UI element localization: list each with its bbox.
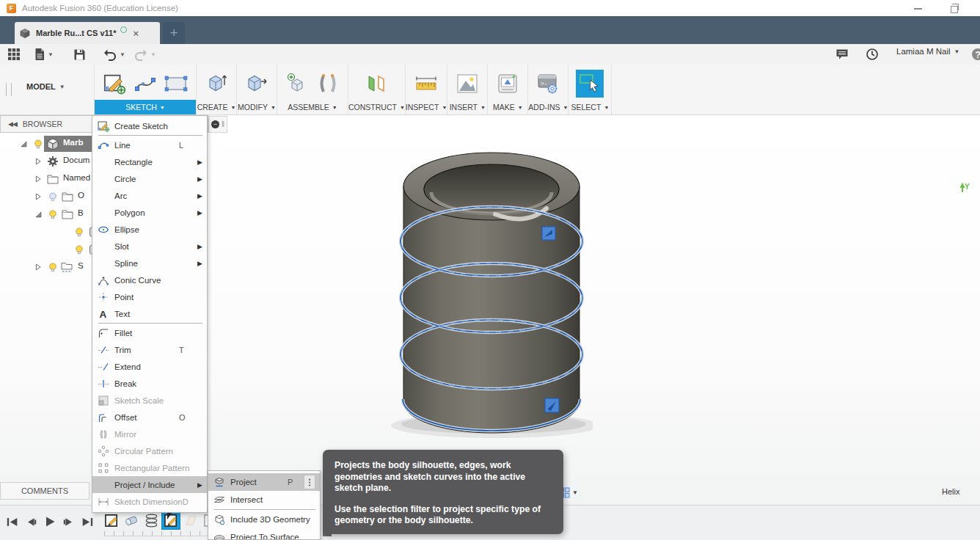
browser-row-body-6[interactable]	[0, 241, 92, 258]
quickbar-save-button[interactable]	[73, 46, 86, 62]
bulb-on-icon[interactable]	[45, 207, 60, 222]
menu-item-rectangular-pattern[interactable]: Rectangular Pattern	[92, 459, 207, 476]
chevron-down-icon[interactable]: ▼	[120, 51, 125, 58]
ribbon-tab-select[interactable]: SELECT▼	[568, 100, 611, 114]
ribbon-tab-construct[interactable]: CONSTRUCT▼	[348, 100, 405, 114]
menu-item-rectangle[interactable]: Rectangle▶	[92, 153, 207, 170]
ribbon-tab-create[interactable]: CREATE▼	[197, 100, 236, 114]
menu-item-conic-curve[interactable]: Conic Curve	[92, 271, 207, 288]
chevron-down-icon[interactable]: ▼	[150, 51, 156, 58]
menu-item-slot[interactable]: Slot▶	[92, 238, 207, 255]
timeline-item-0[interactable]	[103, 511, 120, 529]
menu-item-arc[interactable]: Arc▶	[92, 187, 207, 204]
bulb-on-icon[interactable]	[45, 260, 60, 274]
browser-row-body-5[interactable]	[0, 223, 92, 241]
more-options-icon[interactable]: ⋮	[304, 475, 315, 489]
minimize-button[interactable]	[908, 3, 927, 14]
browser-row-marb[interactable]: Marb	[0, 135, 92, 153]
menu-item-fillet[interactable]: Fillet	[92, 324, 207, 341]
ribbon-tab-modify[interactable]: MODIFY▼	[237, 100, 277, 114]
ribbon-tab-assemble[interactable]: ASSEMBLE▼	[277, 100, 348, 114]
bulb-on-icon[interactable]	[72, 225, 87, 239]
helix-top-handle[interactable]	[542, 227, 555, 240]
construction-plane-icon[interactable]	[364, 71, 389, 96]
display-settings-widget[interactable]: − ‖	[208, 116, 227, 133]
step-back-button[interactable]	[26, 517, 37, 528]
cylinder-body-with-helix[interactable]	[391, 144, 593, 441]
menu-item-create-sketch[interactable]: Create Sketch	[92, 117, 207, 134]
helix-bottom-handle[interactable]	[545, 398, 559, 412]
menu-item-circular-pattern[interactable]: Circular Pattern	[92, 442, 207, 459]
timeline-ruler[interactable]	[104, 531, 220, 536]
create-sketch-icon[interactable]	[102, 71, 127, 96]
minus-circle-icon[interactable]: −	[211, 120, 219, 128]
quickbar-redo-button[interactable]: ▼	[134, 46, 156, 62]
menu-item-ellipse[interactable]: Ellipse	[92, 221, 207, 238]
menu-item-break[interactable]: Break	[92, 375, 207, 392]
menu-item-spline[interactable]: Spline▶	[92, 255, 207, 271]
measure-icon[interactable]	[414, 71, 439, 96]
joint-icon[interactable]	[315, 71, 340, 96]
view-cube[interactable]: Y Z TOP FRONT RIGHT	[929, 68, 980, 192]
collapse-panel-icon[interactable]: ◀◀	[8, 120, 17, 128]
quickbar-file-button[interactable]: ▼	[34, 46, 54, 62]
quickbar-history-clock-button[interactable]	[866, 46, 879, 62]
menu-item-sketch-scale[interactable]: Sketch Scale	[92, 392, 207, 409]
ribbon-tab-inspect[interactable]: INSPECT▼	[406, 100, 447, 114]
expander-collapsed-icon[interactable]	[31, 172, 45, 186]
browser-row-o[interactable]: O	[0, 188, 92, 205]
browser-row-s[interactable]: S	[0, 258, 92, 276]
menu-item-text[interactable]: AText	[92, 305, 207, 322]
browser-row-named[interactable]: Named	[0, 170, 92, 188]
submenu-item-include-3d-geometry[interactable]: Include 3D Geometry	[208, 511, 320, 528]
scripts-addins-icon[interactable]: >-	[535, 71, 560, 96]
menu-item-mirror[interactable]: Mirror	[92, 426, 207, 442]
spline-curve-icon[interactable]	[133, 71, 158, 96]
browser-row-docum[interactable]: Docum	[0, 153, 92, 170]
expander-expanded-icon[interactable]	[16, 136, 31, 151]
step-forward-button[interactable]	[62, 517, 74, 528]
menu-item-project-include[interactable]: Project / Include▶	[92, 476, 207, 493]
expander-collapsed-icon[interactable]	[31, 189, 45, 204]
menu-item-extend[interactable]: Extend	[92, 358, 207, 375]
menu-item-circle[interactable]: Circle▶	[92, 170, 207, 187]
skip-end-button[interactable]	[81, 517, 94, 528]
cylinder-side[interactable]	[403, 186, 579, 433]
ribbon-tab-make[interactable]: MAKE▼	[488, 100, 527, 114]
press-pull-icon[interactable]	[244, 71, 269, 96]
ribbon-tab-add-ins[interactable]: ADD-INS▼	[528, 100, 568, 114]
quickbar-comments-bubble-button[interactable]	[835, 46, 849, 62]
ribbon-tab-sketch[interactable]: SKETCH▼	[95, 100, 196, 114]
new-tab-button[interactable]: +	[163, 22, 185, 44]
timeline-item-2[interactable]	[142, 511, 160, 529]
ribbon-tab-insert[interactable]: INSERT▼	[447, 100, 487, 114]
toolbar-drag-handle[interactable]	[6, 83, 12, 96]
submenu-item-project[interactable]: ProjectP⋮	[208, 473, 320, 491]
extrude-icon[interactable]	[204, 71, 229, 96]
browser-row-b[interactable]: B	[0, 205, 92, 223]
close-button[interactable]: ⋮	[976, 3, 980, 14]
menu-item-trim[interactable]: TrimT	[92, 341, 207, 358]
rectangle-icon[interactable]	[164, 71, 189, 96]
expander-collapsed-icon[interactable]	[31, 154, 45, 169]
bulb-on-icon[interactable]	[72, 242, 87, 257]
quickbar-undo-button[interactable]: ▼	[103, 46, 125, 62]
comments-panel-button[interactable]: COMMENTS	[0, 482, 89, 500]
expander-collapsed-icon[interactable]	[31, 260, 45, 274]
submenu-item-project-to-surface[interactable]: Project To Surface	[208, 528, 320, 540]
quickbar-app-grid-button[interactable]	[7, 46, 21, 62]
bulb-on-icon[interactable]	[31, 136, 45, 151]
3d-print-icon[interactable]	[495, 71, 520, 96]
menu-item-sketch-dimension[interactable]: Sketch DimensionD	[92, 493, 207, 510]
document-tab[interactable]: Marble Ru...t CS v11* ×	[15, 22, 160, 44]
expander-expanded-icon[interactable]	[31, 207, 45, 222]
new-component-icon[interactable]	[285, 71, 310, 96]
insert-image-icon[interactable]	[455, 71, 480, 96]
timeline-item-4[interactable]	[182, 511, 200, 529]
chevron-down-icon[interactable]: ▼	[48, 51, 54, 58]
play-button[interactable]	[44, 516, 56, 528]
workspace-dropdown[interactable]: MODEL ▼	[26, 82, 65, 91]
restore-button[interactable]	[943, 3, 962, 14]
skip-start-button[interactable]	[6, 517, 19, 528]
bulb-off-icon[interactable]	[45, 189, 60, 204]
